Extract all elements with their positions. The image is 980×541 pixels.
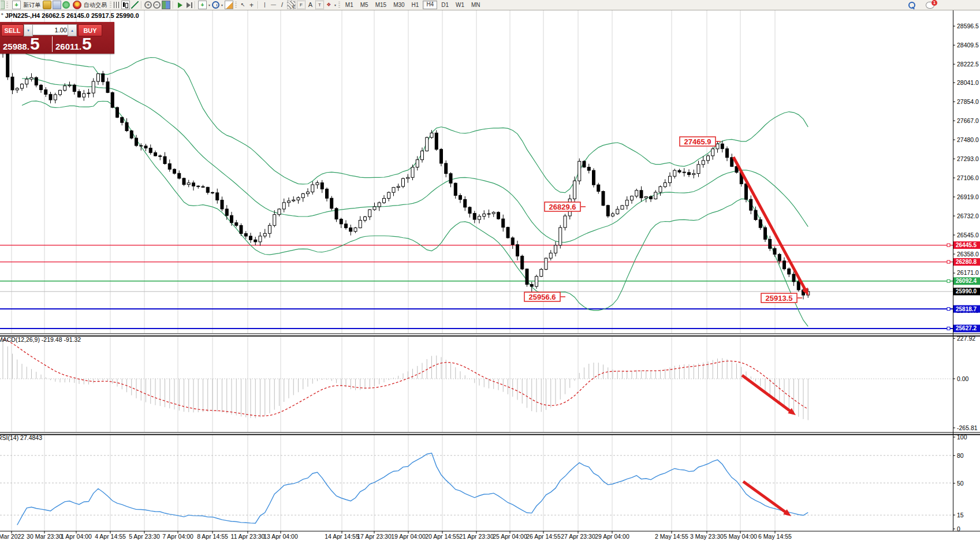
svg-text:25627.2: 25627.2 xyxy=(956,325,977,331)
vertical-line-tool-icon[interactable]: | xyxy=(261,1,269,9)
svg-text:11 Apr 23:30: 11 Apr 23:30 xyxy=(231,533,265,540)
svg-text:26092.4: 26092.4 xyxy=(956,278,977,284)
svg-text:25913.5: 25913.5 xyxy=(766,294,793,303)
arrows-tool-icon[interactable]: ❖ xyxy=(325,1,333,9)
notification-badge: 1 xyxy=(931,0,937,6)
bar-chart-icon[interactable] xyxy=(114,2,120,8)
timeframe-m30[interactable]: M30 xyxy=(390,1,407,9)
svg-text:100: 100 xyxy=(957,434,967,441)
svg-text:14 Apr 14:55: 14 Apr 14:55 xyxy=(325,533,359,540)
sell-button[interactable]: SELL xyxy=(1,24,24,36)
timeframe-h1[interactable]: H1 xyxy=(409,1,422,9)
label-tool-icon[interactable]: T xyxy=(315,1,324,9)
svg-text:26545.0: 26545.0 xyxy=(957,232,979,238)
svg-text:28596.5: 28596.5 xyxy=(957,23,979,29)
svg-text:50: 50 xyxy=(957,480,964,487)
indicators-icon[interactable]: + xyxy=(198,1,207,9)
timeframe-m1[interactable]: M1 xyxy=(342,1,356,9)
svg-text:26445.5: 26445.5 xyxy=(956,242,977,248)
arrows-dropdown[interactable]: ▼ xyxy=(334,3,337,7)
tile-windows-icon[interactable] xyxy=(162,1,170,9)
auto-scroll-icon[interactable] xyxy=(176,1,184,9)
market-watch-icon[interactable] xyxy=(43,1,51,9)
periods-dropdown[interactable]: ▼ xyxy=(221,3,223,7)
timeframe-w1[interactable]: W1 xyxy=(453,1,467,9)
line-chart-icon[interactable] xyxy=(131,1,139,9)
time-axis: Mar 202230 Mar 23:301 Apr 04:004 Apr 14:… xyxy=(0,531,792,540)
indicators-dropdown[interactable]: ▼ xyxy=(208,3,211,7)
timeframe-d1[interactable]: D1 xyxy=(438,1,452,9)
text-tool-icon[interactable]: A xyxy=(307,1,314,9)
svg-text:27293.0: 27293.0 xyxy=(957,155,979,162)
svg-text:6 May 14:55: 6 May 14:55 xyxy=(758,533,792,540)
svg-text:-265.81: -265.81 xyxy=(957,424,978,431)
svg-text:26919.0: 26919.0 xyxy=(957,193,979,200)
svg-text:0.00: 0.00 xyxy=(957,375,969,382)
svg-text:25818.7: 25818.7 xyxy=(956,306,977,312)
crosshair-icon[interactable]: + xyxy=(248,1,255,9)
chart-canvas[interactable]: 28596.528409.528222.528041.027854.027667… xyxy=(0,0,980,541)
auto-trading-button[interactable]: 自动交易 xyxy=(70,1,109,9)
svg-text:MACD(12,26,9) -219.48 -91.32: MACD(12,26,9) -219.48 -91.32 xyxy=(0,336,81,343)
svg-text:0: 0 xyxy=(957,525,960,532)
svg-text:25956.6: 25956.6 xyxy=(529,293,556,301)
svg-text:19 Apr 04:00: 19 Apr 04:00 xyxy=(391,533,426,540)
periods-icon[interactable] xyxy=(212,1,219,9)
timeframe-m5[interactable]: M5 xyxy=(357,1,371,9)
svg-text:13 Apr 04:00: 13 Apr 04:00 xyxy=(263,533,298,540)
svg-text:27854.0: 27854.0 xyxy=(957,98,979,105)
svg-text:28409.5: 28409.5 xyxy=(957,42,979,48)
timeframe-m15[interactable]: M15 xyxy=(372,1,389,9)
svg-text:26829.6: 26829.6 xyxy=(549,203,576,211)
volume-increase-button[interactable]: ▲ xyxy=(68,24,77,36)
trendline-tool-icon[interactable]: / xyxy=(278,1,286,9)
svg-text:29 Apr 04:00: 29 Apr 04:00 xyxy=(595,533,629,540)
search-icon[interactable] xyxy=(908,2,915,9)
svg-text:5 May 04:00: 5 May 04:00 xyxy=(724,533,757,540)
svg-text:8 Apr 14:55: 8 Apr 14:55 xyxy=(197,533,228,540)
templates-icon[interactable] xyxy=(225,1,233,9)
fibonacci-tool-icon[interactable]: F xyxy=(297,1,305,9)
data-window-icon[interactable] xyxy=(53,1,61,9)
svg-text:RSI(14) 27.4843: RSI(14) 27.4843 xyxy=(0,434,42,441)
window-icon-remnant: ° xyxy=(1,12,3,18)
svg-text:3 May 23:30: 3 May 23:30 xyxy=(690,533,724,540)
new-order-button[interactable]: + 新订单 xyxy=(10,1,42,9)
toolbar-right-group: 1 xyxy=(908,2,935,9)
svg-text:15: 15 xyxy=(957,512,964,518)
clipped-chart-icon xyxy=(1,1,5,9)
svg-text:27465.9: 27465.9 xyxy=(684,137,711,146)
symbol-ohlc: 26062.5 26145.0 25917.5 25990.0 xyxy=(42,12,139,19)
zoom-in-icon[interactable]: + xyxy=(144,1,152,9)
buy-price[interactable]: 26011. 5 xyxy=(55,36,92,55)
svg-text:26358.0: 26358.0 xyxy=(957,251,979,258)
mt4-terminal: { "toolbar": { "new_order_label": "新订单",… xyxy=(0,0,980,541)
auto-trading-icon xyxy=(73,1,81,9)
timeframe-h4[interactable]: H4 xyxy=(423,1,437,9)
svg-text:25990.0: 25990.0 xyxy=(956,288,977,294)
svg-text:27 Apr 23:30: 27 Apr 23:30 xyxy=(561,533,595,540)
svg-text:20 Apr 14:55: 20 Apr 14:55 xyxy=(425,533,460,540)
chart-shift-icon[interactable] xyxy=(185,1,192,9)
svg-text:30 Mar 23:30: 30 Mar 23:30 xyxy=(27,533,62,540)
svg-text:17 Apr 23:30: 17 Apr 23:30 xyxy=(357,533,392,540)
signals-icon[interactable] xyxy=(62,1,70,9)
equidistant-channel-icon[interactable]: E xyxy=(287,1,296,9)
chart-background xyxy=(0,0,980,541)
horizontal-line-tool-icon[interactable]: — xyxy=(270,1,277,9)
svg-text:26732.0: 26732.0 xyxy=(957,212,979,219)
candlestick-chart-icon[interactable] xyxy=(121,1,130,9)
svg-text:4 Apr 14:55: 4 Apr 14:55 xyxy=(95,533,126,540)
symbol-info-bar: ° JPN225-,H4 26062.5 26145.0 25917.5 259… xyxy=(1,12,139,19)
timeframe-group: M1M5M15M30H1H4D1W1MN xyxy=(342,1,484,9)
new-order-icon: + xyxy=(12,1,21,9)
zoom-out-icon[interactable]: − xyxy=(153,1,161,9)
sell-price[interactable]: 25988. 5 xyxy=(3,36,40,55)
svg-text:Mar 2022: Mar 2022 xyxy=(0,533,24,540)
svg-text:2 May 14:55: 2 May 14:55 xyxy=(655,533,688,540)
timeframe-mn[interactable]: MN xyxy=(468,1,483,9)
chat-icon[interactable]: 1 xyxy=(926,2,934,9)
svg-text:27106.0: 27106.0 xyxy=(957,174,979,181)
svg-text:26 Apr 14:55: 26 Apr 14:55 xyxy=(526,533,561,540)
cursor-icon[interactable]: ↖ xyxy=(239,1,247,9)
